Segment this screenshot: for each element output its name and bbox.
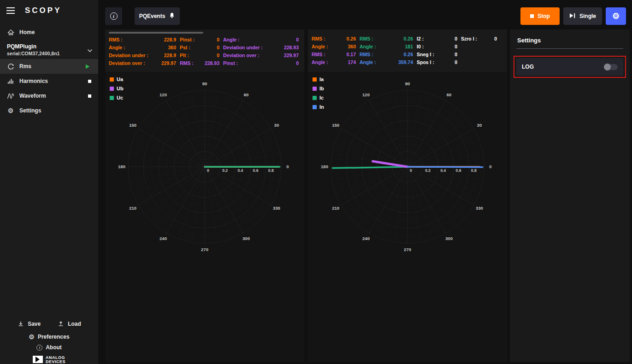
legend-label: Uc xyxy=(117,95,123,100)
svg-text:120: 120 xyxy=(159,92,167,97)
legend-item[interactable]: Uc xyxy=(110,95,124,100)
stop-button[interactable]: Stop xyxy=(520,7,560,25)
stat-value: 181 xyxy=(405,44,413,49)
stat-value: 0.26 xyxy=(404,36,413,41)
sidebar-item-pqmplugin[interactable]: PQMPlugin serial:COM37,2400,8n1 xyxy=(0,40,98,59)
legend-swatch xyxy=(313,96,317,100)
current-polar-chart[interactable]: 030609012015018021024027030033000.20.40.… xyxy=(308,72,507,275)
stat-value: 0 xyxy=(455,36,457,41)
preferences-button[interactable]: ⚙ Preferences xyxy=(29,334,69,340)
legend-item[interactable]: Ua xyxy=(110,76,124,82)
settings-gear-button[interactable]: ⚙ xyxy=(606,7,626,25)
legend-item[interactable]: Ub xyxy=(110,86,124,91)
svg-text:0.4: 0.4 xyxy=(440,168,446,173)
stat-cell: RMS :0.26 xyxy=(312,36,356,41)
stat-cell: I2 :0 xyxy=(417,36,457,41)
stat-value: 360 xyxy=(168,45,176,50)
svg-text:60: 60 xyxy=(447,92,452,97)
legend-label: Ic xyxy=(319,95,324,100)
stat-label: RMS : xyxy=(180,60,194,66)
stat-label: Deviation under : xyxy=(109,53,148,58)
stat-cell: Pinst :0 xyxy=(223,60,299,66)
stat-cell: Angle :181 xyxy=(360,44,413,49)
stat-value: 0 xyxy=(296,60,299,66)
stat-cell: Plt :0 xyxy=(180,53,219,58)
stat-label: Pinst : xyxy=(223,60,238,66)
save-button[interactable]: Save xyxy=(17,320,41,328)
voltage-stats-grid: RMS :228.9Pinst :0Angle :0Angle :360Pst … xyxy=(109,35,301,67)
run-indicator-icon[interactable] xyxy=(84,63,91,70)
about-button[interactable]: i About xyxy=(36,344,62,351)
stat-label: RMS : xyxy=(312,36,325,41)
legend-item[interactable]: Ic xyxy=(313,95,324,100)
bell-icon xyxy=(169,12,175,20)
stat-label: Deviation over : xyxy=(109,60,145,66)
stat-cell: Deviation under :228.93 xyxy=(223,45,299,50)
current-stats: RMS :0.26RMS :0.26I2 :0Szro I :0Angle :3… xyxy=(308,29,507,67)
legend-item[interactable]: In xyxy=(313,104,324,110)
svg-text:0.4: 0.4 xyxy=(237,168,243,173)
stat-cell: Angle :360 xyxy=(312,44,356,49)
svg-text:0.2: 0.2 xyxy=(425,168,431,173)
legend-swatch xyxy=(313,87,317,91)
stat-label: Pst : xyxy=(180,45,190,50)
stopped-indicator-icon[interactable] xyxy=(88,94,91,98)
stat-value: 0 xyxy=(455,52,457,57)
legend-item[interactable]: Ib xyxy=(313,86,324,91)
sidebar-item-settings[interactable]: ⚙ Settings xyxy=(0,103,98,118)
stat-label: Deviation under : xyxy=(223,45,263,50)
stat-cell: Deviation under :228.9 xyxy=(109,53,176,58)
stat-cell: Szro I :0 xyxy=(461,36,497,41)
svg-text:30: 30 xyxy=(274,123,279,128)
info-button[interactable]: i xyxy=(105,7,122,25)
svg-text:240: 240 xyxy=(362,236,370,241)
legend-label: In xyxy=(319,104,324,110)
svg-text:150: 150 xyxy=(332,123,339,128)
sidebar-item-rms[interactable]: Rms xyxy=(0,59,98,74)
pqevents-tab[interactable]: PQEvents xyxy=(135,7,180,25)
chevron-down-icon[interactable] xyxy=(87,46,93,54)
stat-value: 0 xyxy=(494,36,497,41)
sidebar: SCOPY Home PQMPlugin serial:COM37,2400,8… xyxy=(0,0,98,364)
legend-swatch xyxy=(313,105,317,109)
stopped-indicator-icon[interactable] xyxy=(88,80,91,83)
stat-cell: RMS :0.17 xyxy=(312,52,356,57)
stats-row: Deviation over :229.97RMS :228.93Pinst :… xyxy=(109,59,301,67)
hamburger-menu-icon[interactable] xyxy=(6,7,15,14)
stats-scrollbar[interactable] xyxy=(109,32,203,34)
sidebar-item-home[interactable]: Home xyxy=(0,25,98,40)
single-button[interactable]: Single xyxy=(563,7,602,25)
stat-label: Angle : xyxy=(312,44,328,49)
stats-row: RMS :0.17RMS :0.26Sneg I :0 xyxy=(312,50,503,58)
save-label: Save xyxy=(28,321,41,327)
log-toggle[interactable] xyxy=(604,64,618,70)
load-button[interactable]: Load xyxy=(57,320,81,328)
stat-cell: RMS :0.26 xyxy=(360,36,413,41)
svg-text:0: 0 xyxy=(207,168,209,173)
voltage-stats: RMS :228.9Pinst :0Angle :0Angle :360Pst … xyxy=(105,29,304,68)
voltage-polar-chart[interactable]: 030609012015018021024027030033000.20.40.… xyxy=(105,72,304,275)
load-label: Load xyxy=(68,321,81,327)
svg-text:0.6: 0.6 xyxy=(456,168,461,173)
stat-value: 0 xyxy=(455,59,457,65)
stat-label: Angle : xyxy=(360,44,376,49)
sidebar-item-harmonics[interactable]: Harmonics xyxy=(0,74,98,88)
voltage-plot-area: 030609012015018021024027030033000.20.40.… xyxy=(105,72,304,362)
svg-text:0.2: 0.2 xyxy=(222,168,228,173)
stats-row: Deviation under :228.9Plt :0Deviation ov… xyxy=(109,51,301,59)
svg-text:240: 240 xyxy=(159,236,167,241)
svg-text:0: 0 xyxy=(410,168,412,173)
sidebar-item-waveform[interactable]: Waveform xyxy=(0,88,98,103)
stat-value: 229.97 xyxy=(284,53,299,58)
legend-label: Ia xyxy=(319,76,324,82)
legend-item[interactable]: Ia xyxy=(313,76,324,82)
stats-row: Angle :360Angle :181I0 :0 xyxy=(312,42,503,50)
harmonics-icon xyxy=(7,77,14,85)
svg-text:270: 270 xyxy=(201,247,208,252)
stat-cell: Angle :174 xyxy=(312,59,356,65)
voltage-legend: UaUbUc xyxy=(110,76,124,100)
stat-cell: Angle :360 xyxy=(109,45,176,50)
info-icon: i xyxy=(36,345,42,351)
single-icon xyxy=(569,13,576,20)
svg-text:0.8: 0.8 xyxy=(268,168,274,173)
